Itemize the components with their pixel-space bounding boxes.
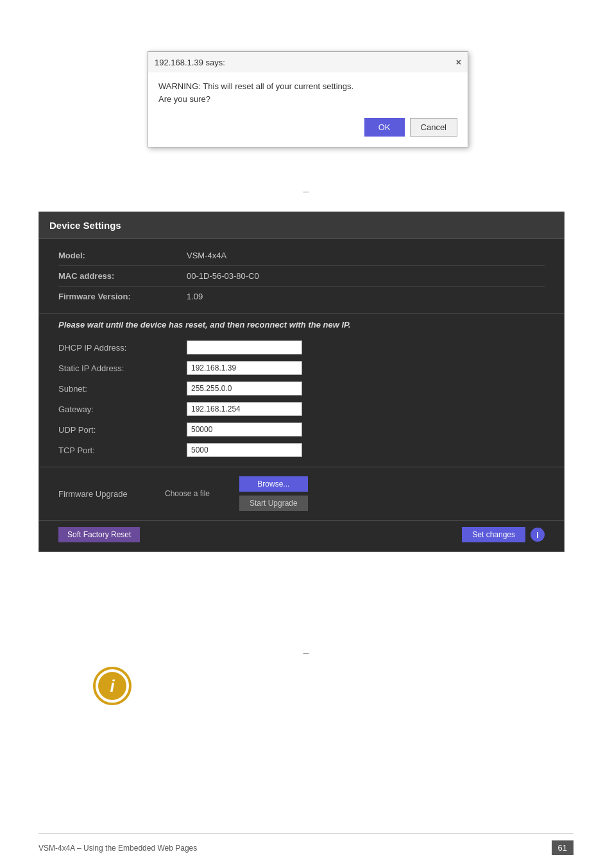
info-icon-inner-circle: i [98, 672, 126, 700]
model-value: VSM-4x4A [187, 251, 226, 260]
firmware-upgrade-label: Firmware Upgrade [58, 489, 155, 499]
model-label: Model: [58, 251, 187, 260]
mac-value: 00-1D-56-03-80-C0 [187, 271, 259, 281]
network-section: Please wait until the device has reset, … [39, 313, 564, 467]
info-icon-large: i [93, 667, 132, 705]
bottom-action-row: Soft Factory Reset Set changes i [39, 520, 564, 551]
static-ip-input[interactable] [187, 361, 302, 375]
start-upgrade-button[interactable]: Start Upgrade [239, 496, 308, 511]
device-settings-panel: Device Settings Model: VSM-4x4A MAC addr… [38, 212, 565, 552]
mac-label: MAC address: [58, 271, 187, 281]
choose-file-label: Choose a file [165, 489, 229, 498]
mac-row: MAC address: 00-1D-56-03-80-C0 [58, 266, 545, 287]
soft-factory-reset-button[interactable]: Soft Factory Reset [58, 527, 140, 542]
dhcp-label: DHCP IP Address: [58, 343, 187, 353]
tcp-label: TCP Port: [58, 446, 187, 455]
dialog-title: 192.168.1.39 says: [155, 58, 225, 67]
firmware-version-value: 1.09 [187, 292, 203, 301]
gateway-label: Gateway: [58, 405, 187, 414]
subnet-row: Subnet: [58, 378, 545, 399]
udp-row: UDP Port: [58, 419, 545, 440]
model-row: Model: VSM-4x4A [58, 246, 545, 266]
udp-input[interactable] [187, 422, 302, 437]
tcp-input[interactable] [187, 443, 302, 457]
dialog-buttons: OK Cancel [158, 118, 457, 137]
separator-2: – [0, 647, 612, 659]
cancel-button[interactable]: Cancel [410, 118, 457, 137]
firmware-version-row: Firmware Version: 1.09 [58, 287, 545, 306]
static-ip-label: Static IP Address: [58, 363, 187, 373]
panel-title: Device Settings [49, 220, 121, 231]
dhcp-row: DHCP IP Address: [58, 337, 545, 358]
gateway-row: Gateway: [58, 399, 545, 419]
bottom-right-actions: Set changes i [462, 527, 545, 542]
footer-text: VSM-4x4A – Using the Embedded Web Pages [38, 844, 197, 853]
gateway-input[interactable] [187, 402, 302, 416]
tcp-row: TCP Port: [58, 440, 545, 460]
info-icon-button[interactable]: i [531, 528, 545, 542]
reset-notice: Please wait until the device has reset, … [58, 320, 545, 330]
firmware-upgrade-section: Firmware Upgrade Choose a file Browse...… [39, 467, 564, 520]
device-info-section: Model: VSM-4x4A MAC address: 00-1D-56-03… [39, 239, 564, 313]
panel-header: Device Settings [39, 212, 564, 239]
udp-label: UDP Port: [58, 425, 187, 435]
footer: VSM-4x4A – Using the Embedded Web Pages … [38, 833, 574, 855]
footer-page: 61 [552, 840, 574, 855]
firmware-version-label: Firmware Version: [58, 292, 187, 301]
ok-button[interactable]: OK [364, 118, 405, 137]
dhcp-input[interactable] [187, 340, 302, 355]
confirmation-dialog: 192.168.1.39 says: × WARNING: This will … [148, 51, 468, 147]
separator-1: – [0, 186, 612, 197]
subnet-input[interactable] [187, 381, 302, 396]
browse-button[interactable]: Browse... [239, 476, 308, 492]
static-ip-row: Static IP Address: [58, 358, 545, 378]
firmware-buttons: Browse... Start Upgrade [239, 476, 308, 511]
dialog-body: WARNING: This will reset all of your cur… [148, 72, 468, 147]
close-button[interactable]: × [456, 57, 461, 67]
subnet-label: Subnet: [58, 384, 187, 394]
set-changes-button[interactable]: Set changes [462, 527, 525, 542]
dialog-message: WARNING: This will reset all of your cur… [158, 80, 457, 105]
dialog-titlebar: 192.168.1.39 says: × [148, 52, 468, 72]
